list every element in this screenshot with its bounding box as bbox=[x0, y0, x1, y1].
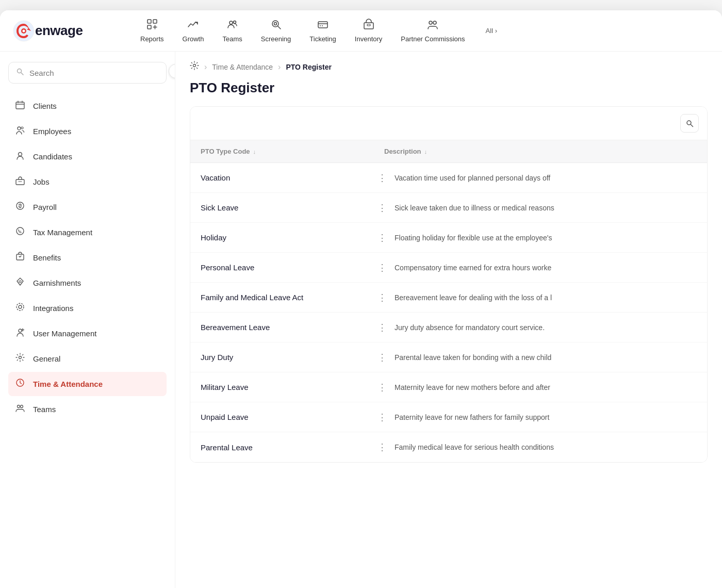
nav-item-ticketing[interactable]: Ticketing bbox=[301, 14, 344, 47]
search-input[interactable] bbox=[29, 69, 159, 77]
sidebar-item-integrations-label: Integrations bbox=[33, 304, 73, 313]
svg-point-33 bbox=[17, 303, 24, 311]
sidebar-item-payroll-label: Payroll bbox=[33, 203, 57, 211]
benefits-icon bbox=[14, 252, 26, 264]
svg-rect-15 bbox=[367, 24, 370, 26]
td-description: Family medical leave for serious health … bbox=[384, 435, 697, 460]
time-attendance-icon bbox=[14, 378, 26, 390]
nav-item-screening-label: Screening bbox=[261, 35, 291, 43]
sidebar-item-time-attendance[interactable]: Time & Attendance bbox=[8, 372, 167, 396]
general-icon bbox=[14, 353, 26, 365]
sidebar-item-teams-sidebar[interactable]: Teams bbox=[8, 397, 167, 421]
svg-point-31 bbox=[19, 281, 21, 283]
td-code: Parental Leave bbox=[201, 435, 376, 460]
svg-point-12 bbox=[320, 25, 321, 26]
td-description: Floating holiday for flexible use at the… bbox=[384, 225, 697, 250]
sidebar-item-tax-management[interactable]: % Tax Management bbox=[8, 220, 167, 244]
nav-item-screening[interactable]: Screening bbox=[253, 14, 300, 47]
logo-icon bbox=[12, 20, 35, 42]
sidebar-item-jobs-label: Jobs bbox=[33, 177, 50, 186]
breadcrumb-sep-1: › bbox=[204, 62, 207, 72]
table-header: PTO Type Code ↓ Description ↓ bbox=[190, 140, 707, 163]
svg-point-40 bbox=[687, 121, 691, 125]
nav-all-button[interactable]: All › bbox=[480, 23, 503, 39]
nav-item-inventory[interactable]: Inventory bbox=[347, 14, 390, 47]
td-description: Bereavement leave for dealing with the l… bbox=[384, 285, 697, 310]
svg-point-8 bbox=[272, 21, 278, 27]
sidebar-item-payroll[interactable]: Payroll bbox=[8, 195, 167, 219]
td-code: Unpaid Leave bbox=[201, 404, 376, 430]
sidebar-item-clients[interactable]: Clients bbox=[8, 94, 167, 118]
svg-text:%: % bbox=[19, 230, 22, 234]
svg-line-41 bbox=[691, 124, 693, 126]
svg-point-22 bbox=[21, 127, 23, 129]
table-body: Vacation ⋮ Vacation time used for planne… bbox=[190, 163, 707, 462]
svg-point-32 bbox=[19, 305, 22, 308]
td-description: Paternity leave for new fathers for fami… bbox=[384, 405, 697, 430]
growth-icon bbox=[187, 19, 199, 33]
svg-point-13 bbox=[322, 25, 323, 26]
sidebar-item-user-management-label: User Management bbox=[33, 329, 96, 338]
table-row: Unpaid Leave ⋮ Paternity leave for new f… bbox=[190, 402, 707, 432]
td-code: Bereavement Leave bbox=[201, 315, 376, 340]
svg-point-38 bbox=[21, 405, 23, 408]
page-title: PTO Register bbox=[175, 78, 722, 106]
sort-arrow-code: ↓ bbox=[253, 149, 256, 155]
th-pto-type-code[interactable]: PTO Type Code ↓ bbox=[201, 148, 376, 155]
nav-item-growth-label: Growth bbox=[183, 35, 204, 43]
td-description: Sick leave taken due to illness or medic… bbox=[384, 195, 697, 220]
td-code: Sick Leave bbox=[201, 195, 376, 220]
sidebar-item-garnishments[interactable]: Garnishments bbox=[8, 271, 167, 295]
sidebar-collapse-button[interactable]: ‹ bbox=[169, 64, 175, 78]
svg-point-34 bbox=[19, 329, 22, 332]
sidebar-teams-icon bbox=[14, 403, 26, 415]
search-box bbox=[8, 62, 167, 84]
nav-item-partner-commissions[interactable]: Partner Commissions bbox=[392, 14, 473, 47]
table-row: Family and Medical Leave Act ⋮ Bereaveme… bbox=[190, 283, 707, 313]
candidates-icon bbox=[14, 151, 26, 162]
sidebar-item-user-management[interactable]: User Management bbox=[8, 321, 167, 346]
table-search-button[interactable] bbox=[680, 114, 699, 133]
sidebar-item-benefits[interactable]: Benefits bbox=[8, 246, 167, 270]
td-description: Maternity leave for new mothers before a… bbox=[384, 375, 697, 400]
top-nav: enwage Reports Growth T bbox=[0, 10, 722, 52]
sidebar-item-benefits-label: Benefits bbox=[33, 253, 61, 262]
nav-item-growth[interactable]: Growth bbox=[174, 14, 212, 47]
employees-icon bbox=[14, 125, 26, 137]
table-row: Holiday ⋮ Floating holiday for flexible … bbox=[190, 223, 707, 253]
svg-line-19 bbox=[21, 73, 23, 75]
table-search-bar bbox=[190, 107, 707, 140]
sidebar-item-integrations[interactable]: Integrations bbox=[8, 296, 167, 320]
sidebar-item-employees[interactable]: Employees bbox=[8, 119, 167, 143]
table-row: Jury Duty ⋮ Parental leave taken for bon… bbox=[190, 342, 707, 372]
td-code: Holiday bbox=[201, 225, 376, 250]
nav-item-teams[interactable]: Teams bbox=[214, 14, 250, 47]
svg-rect-5 bbox=[147, 25, 151, 29]
logo-text: enwage bbox=[35, 23, 83, 39]
td-code: Family and Medical Leave Act bbox=[201, 285, 376, 310]
svg-point-21 bbox=[18, 127, 21, 130]
sidebar-item-time-attendance-label: Time & Attendance bbox=[33, 380, 103, 388]
svg-rect-20 bbox=[16, 102, 24, 109]
integrations-icon bbox=[14, 302, 26, 314]
breadcrumb-home-icon[interactable] bbox=[190, 61, 199, 73]
sidebar-item-jobs[interactable]: Jobs bbox=[8, 170, 167, 194]
sidebar-item-clients-label: Clients bbox=[33, 102, 57, 110]
td-code: Military Leave bbox=[201, 374, 376, 400]
svg-point-23 bbox=[19, 153, 22, 156]
th-description[interactable]: Description ↓ bbox=[384, 148, 697, 155]
td-description: Jury duty absence for mandatory court se… bbox=[384, 315, 697, 340]
svg-point-2 bbox=[23, 29, 25, 32]
svg-point-18 bbox=[18, 69, 22, 73]
svg-rect-11 bbox=[318, 22, 327, 28]
svg-point-6 bbox=[229, 21, 233, 24]
td-description: Compensatory time earned for extra hours… bbox=[384, 255, 697, 280]
tax-management-icon: % bbox=[14, 226, 26, 238]
table-row: Parental Leave ⋮ Family medical leave fo… bbox=[190, 432, 707, 462]
sidebar-item-candidates[interactable]: Candidates bbox=[8, 144, 167, 169]
sort-arrow-desc: ↓ bbox=[424, 149, 428, 155]
nav-item-reports[interactable]: Reports bbox=[132, 14, 172, 47]
breadcrumb-parent[interactable]: Time & Attendance bbox=[212, 63, 273, 71]
td-code: Personal Leave bbox=[201, 255, 376, 280]
sidebar-item-general[interactable]: General bbox=[8, 347, 167, 371]
